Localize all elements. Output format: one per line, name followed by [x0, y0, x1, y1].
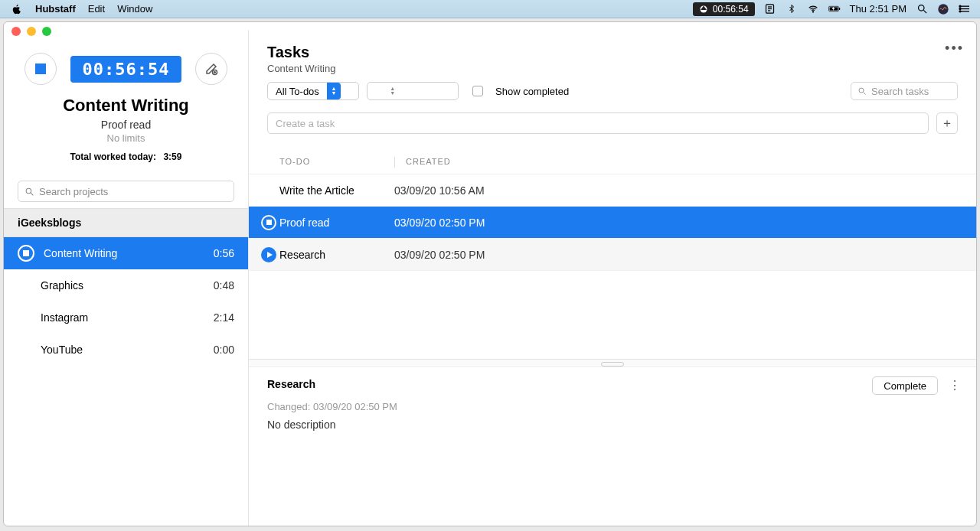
menubar-item-window[interactable]: Window — [117, 3, 152, 15]
search-tasks-input[interactable]: Search tasks — [851, 82, 958, 100]
project-item-content-writing[interactable]: Content Writing 0:56 — [4, 237, 248, 269]
battery-icon[interactable] — [828, 3, 841, 15]
project-item-instagram[interactable]: Instagram 2:14 — [4, 301, 248, 334]
window-titlebar — [4, 22, 976, 30]
project-item-graphics[interactable]: Graphics 0:48 — [4, 269, 248, 301]
menubar-timer-value: 00:56:54 — [713, 4, 749, 15]
task-row[interactable]: Write the Article 03/09/20 10:56 AM — [249, 174, 976, 207]
menubar-appname[interactable]: Hubstaff — [35, 3, 76, 15]
task-todo: Research — [279, 249, 394, 261]
svg-point-16 — [959, 8, 961, 10]
select-stepper-icon: ▲▼ — [386, 86, 400, 96]
stop-icon — [18, 245, 34, 262]
project-time: 0:56 — [214, 247, 234, 259]
limits-label: No limits — [18, 132, 234, 144]
task-todo: Write the Article — [279, 184, 394, 197]
control-center-icon[interactable] — [959, 3, 971, 15]
more-menu-button[interactable]: ••• — [945, 41, 964, 57]
search-icon — [24, 187, 34, 197]
select-stepper-icon: ▲▼ — [327, 83, 341, 99]
task-created: 03/09/20 02:50 PM — [394, 249, 485, 261]
timer-stop-button[interactable] — [24, 53, 57, 85]
search-icon — [858, 86, 867, 96]
stop-icon — [261, 215, 276, 230]
create-task-row: Create a task ＋ — [249, 108, 976, 143]
mac-menubar: Hubstaff Edit Window 00:56:54 Thu 2:51 P… — [0, 0, 980, 18]
detail-title: Research — [267, 378, 958, 390]
sidebar: 00:56:54 Content Writing Proof read No l… — [4, 30, 249, 526]
complete-button[interactable]: Complete — [872, 376, 938, 395]
org-header[interactable]: iGeeksblogs — [4, 208, 248, 237]
task-detail-panel: Research Complete ⋮ Changed: 03/09/20 02… — [249, 366, 976, 526]
task-created: 03/09/20 02:50 PM — [394, 217, 485, 229]
task-todo: Proof read — [279, 217, 394, 229]
show-completed-checkbox[interactable] — [472, 86, 483, 96]
svg-point-5 — [812, 11, 813, 11]
create-task-placeholder: Create a task — [276, 118, 335, 129]
col-created: CREATED — [406, 157, 451, 168]
pencil-icon — [204, 62, 218, 76]
search-tasks-placeholder: Search tasks — [871, 86, 929, 97]
total-label: Total worked today: — [70, 151, 156, 162]
project-name: YouTube — [18, 344, 83, 356]
filter-row: All To-dos ▲▼ ▲▼ Show completed Search t… — [249, 82, 976, 108]
task-columns-header: TO-DO CREATED — [249, 143, 976, 174]
secondary-filter-select[interactable]: ▲▼ — [367, 82, 459, 100]
svg-line-22 — [31, 193, 33, 195]
task-row[interactable]: Proof read 03/09/20 02:50 PM — [249, 207, 976, 239]
menubar-clock[interactable]: Thu 2:51 PM — [850, 3, 906, 15]
siri-icon[interactable] — [937, 3, 949, 15]
project-list: Content Writing 0:56 Graphics 0:48 Insta… — [4, 237, 248, 366]
menubar-item-edit[interactable]: Edit — [88, 3, 105, 15]
main-header: Tasks Content Writing ••• — [249, 30, 976, 82]
timer-elapsed: 00:56:54 — [70, 56, 182, 83]
detail-more-button[interactable]: ⋮ — [949, 378, 961, 393]
current-project: Content Writing — [18, 96, 234, 116]
timer-block: 00:56:54 Content Writing Proof read No l… — [4, 30, 248, 170]
bluetooth-icon[interactable] — [786, 3, 798, 15]
project-time: 0:48 — [214, 279, 234, 292]
svg-point-9 — [918, 5, 924, 11]
tasks-title: Tasks — [267, 44, 958, 61]
svg-point-23 — [859, 88, 864, 93]
project-name: Graphics — [18, 279, 83, 292]
svg-rect-7 — [838, 8, 839, 10]
current-task: Proof read — [18, 119, 234, 131]
total-value: 3:59 — [163, 151, 181, 162]
svg-point-17 — [959, 11, 961, 12]
project-name: Instagram — [18, 311, 88, 324]
svg-point-15 — [959, 5, 961, 7]
todo-filter-select[interactable]: All To-dos ▲▼ — [267, 82, 359, 100]
timer-edit-button[interactable] — [195, 53, 227, 85]
col-todo: TO-DO — [279, 157, 394, 168]
search-projects-input[interactable]: Search projects — [18, 181, 234, 202]
panel-resizer[interactable] — [249, 359, 976, 366]
search-projects-placeholder: Search projects — [39, 186, 108, 197]
create-task-input[interactable]: Create a task — [267, 112, 929, 134]
project-item-youtube[interactable]: YouTube 0:00 — [4, 334, 248, 366]
tray-icon[interactable] — [764, 3, 776, 15]
detail-description: No description — [267, 419, 958, 431]
create-task-button[interactable]: ＋ — [936, 112, 958, 134]
project-time: 2:14 — [214, 311, 234, 324]
plus-icon: ＋ — [941, 116, 953, 132]
menubar-hubstaff-timer[interactable]: 00:56:54 — [693, 2, 755, 16]
task-created: 03/09/20 10:56 AM — [394, 184, 485, 197]
project-name: Content Writing — [44, 247, 117, 259]
app-window: 00:56:54 Content Writing Proof read No l… — [3, 21, 977, 526]
detail-changed: Changed: 03/09/20 02:50 PM — [267, 401, 958, 412]
svg-line-24 — [864, 93, 866, 95]
wifi-icon[interactable] — [807, 3, 819, 15]
svg-point-21 — [26, 188, 31, 194]
spotlight-icon[interactable] — [916, 3, 928, 15]
todo-filter-value: All To-dos — [268, 86, 327, 97]
project-time: 0:00 — [214, 344, 234, 356]
main-panel: Tasks Content Writing ••• All To-dos ▲▼ … — [249, 30, 976, 526]
stop-icon — [35, 64, 46, 74]
tasks-subtitle: Content Writing — [267, 63, 958, 74]
play-icon — [261, 247, 276, 262]
show-completed-label: Show completed — [495, 86, 569, 97]
svg-line-10 — [923, 10, 926, 13]
task-row[interactable]: Research 03/09/20 02:50 PM — [249, 239, 976, 271]
apple-icon[interactable] — [11, 3, 23, 15]
